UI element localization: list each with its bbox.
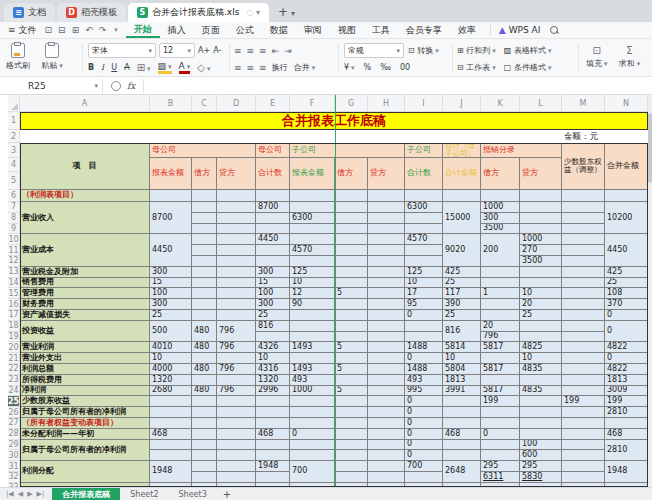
cell-E14[interactable]: 15 [256, 278, 290, 289]
cell-M32[interactable] [562, 472, 605, 483]
col-header-H[interactable]: H [368, 95, 405, 112]
align-left-icon[interactable]: ≡ [234, 63, 241, 73]
cell-E8[interactable] [256, 213, 290, 224]
cell-J22[interactable]: 5804 [443, 364, 481, 375]
cell-I4[interactable]: 合计数 [405, 158, 443, 190]
cell-M20[interactable] [562, 342, 605, 353]
cell-D12[interactable] [217, 256, 256, 267]
cell-F8[interactable]: 6300 [290, 213, 335, 224]
col-header-J[interactable]: J [443, 95, 481, 112]
cell-C16[interactable] [192, 299, 217, 310]
cell-E3[interactable]: 母公司 [256, 143, 290, 158]
cell-C18[interactable]: 480 [192, 321, 217, 343]
cell-L10[interactable]: 1000 [520, 234, 562, 245]
tab-docs[interactable]: ≡ 文档 [4, 3, 55, 22]
cell-A21[interactable]: 营业外支出 [20, 353, 150, 364]
cell-A17[interactable]: 资产减值损失 [20, 310, 150, 321]
cell-J29[interactable] [443, 440, 481, 451]
cell-M26[interactable] [562, 407, 605, 418]
cell-K31[interactable]: 295 [481, 461, 520, 472]
menu-view[interactable]: 视图 [330, 24, 364, 37]
cell-L33[interactable] [520, 483, 562, 487]
cell-E22[interactable]: 4316 [256, 364, 290, 375]
cell-M31[interactable] [562, 461, 605, 472]
row-header-13[interactable]: 13 [8, 267, 20, 278]
undo-icon[interactable]: ↶ [85, 25, 93, 35]
cell-H6[interactable] [368, 190, 405, 202]
cell-K23[interactable] [481, 375, 520, 386]
cell-I24[interactable]: 995 [405, 386, 443, 397]
cell-C6[interactable] [192, 190, 217, 202]
row-header-29[interactable]: 29 [8, 440, 20, 451]
cell-E33[interactable] [256, 483, 290, 487]
cell-E10[interactable]: 4450 [256, 234, 290, 245]
row-header-27[interactable]: 27 [8, 418, 20, 429]
merge-cells-button[interactable]: 合并▾ [294, 62, 316, 73]
cell-H13[interactable] [368, 267, 405, 278]
cell-B13[interactable]: 300 [150, 267, 192, 278]
percent-button[interactable]: % [364, 63, 372, 72]
cell-E32[interactable] [256, 472, 290, 483]
cell-L15[interactable]: 10 [520, 288, 562, 299]
cell-M8[interactable] [562, 213, 605, 224]
align-middle-icon[interactable]: ≡ [247, 46, 254, 56]
col-header-K[interactable]: K [481, 95, 520, 112]
cell-A20[interactable]: 营业利润 [20, 342, 150, 353]
row-header-2[interactable]: 2 [8, 130, 20, 143]
cell-L13[interactable] [520, 267, 562, 278]
row-header-11[interactable]: 11 [8, 245, 20, 256]
cell-G12[interactable] [335, 256, 368, 267]
insert-function-icon[interactable]: fx [127, 81, 135, 91]
cell-N15[interactable]: 108 [605, 288, 648, 299]
cell-L23[interactable] [520, 375, 562, 386]
cell-F7[interactable] [290, 202, 335, 213]
cell-C21[interactable] [192, 353, 217, 364]
cell-N16[interactable]: 370 [605, 299, 648, 310]
cell-C27[interactable] [192, 418, 217, 429]
cell-D28[interactable] [217, 429, 256, 440]
cell-J16[interactable]: 390 [443, 299, 481, 310]
cell-F16[interactable]: 90 [290, 299, 335, 310]
cell-D22[interactable]: 796 [217, 364, 256, 375]
cell-E17[interactable]: 25 [256, 310, 290, 321]
cell-H31[interactable] [368, 461, 405, 472]
font-size-select[interactable]: 12▾ [159, 43, 195, 58]
cell-M16[interactable] [562, 299, 605, 310]
align-right-icon[interactable]: ≡ [259, 63, 266, 73]
cell-H19[interactable] [368, 332, 405, 343]
bold-button[interactable]: B [88, 63, 94, 72]
cell-L4[interactable]: 贷方 [520, 158, 562, 190]
increase-indent-icon[interactable]: ⇥ [284, 46, 291, 56]
cell-F3[interactable]: 子公司 [290, 143, 405, 158]
cell-K20[interactable]: 5817 [481, 342, 520, 353]
cell-N22[interactable]: 4822 [605, 364, 648, 375]
cell-L31[interactable]: 295 [520, 461, 562, 472]
row-header-32[interactable]: 32 [8, 472, 20, 483]
cell-G25[interactable] [335, 396, 368, 407]
cell-E16[interactable]: 300 [256, 299, 290, 310]
cell-B16[interactable]: 300 [150, 299, 192, 310]
cell-K33[interactable] [481, 483, 520, 487]
cell-J28[interactable]: 468 [443, 429, 481, 440]
cell-B20[interactable]: 4010 [150, 342, 192, 353]
col-header-L[interactable]: L [520, 95, 562, 112]
cell-N27[interactable] [605, 418, 648, 429]
cell-E4[interactable]: 合计数 [256, 158, 290, 190]
cell-N10[interactable]: 4450 [605, 234, 648, 266]
prev-sheet-icon[interactable]: ◀ [18, 490, 23, 498]
row-header-1[interactable]: 1 [8, 112, 20, 130]
cell-I19[interactable] [405, 332, 443, 343]
cell-E27[interactable] [256, 418, 290, 429]
cell-H11[interactable] [368, 245, 405, 256]
tab-more-icon[interactable]: ◌ ▾ [246, 8, 260, 17]
decrease-indent-icon[interactable]: ⇤ [272, 46, 279, 56]
cell-L26[interactable] [520, 407, 562, 418]
cell-B23[interactable]: 1320 [150, 375, 192, 386]
new-tab-button[interactable]: + [275, 4, 291, 20]
cell-F17[interactable] [290, 310, 335, 321]
cell-J15[interactable]: 117 [443, 288, 481, 299]
cell-E20[interactable]: 4326 [256, 342, 290, 353]
col-header-I[interactable]: I [405, 95, 443, 112]
cell-E9[interactable] [256, 224, 290, 235]
cell-N24[interactable]: 3009 [605, 386, 648, 397]
